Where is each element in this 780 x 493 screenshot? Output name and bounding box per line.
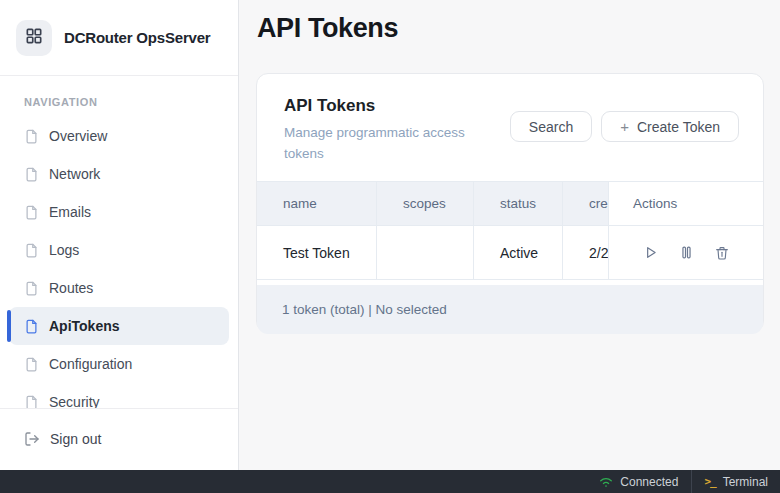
column-header-name[interactable]: name bbox=[257, 182, 377, 225]
sidebar-item-label: Network bbox=[49, 166, 100, 182]
sidebar-item-label: Configuration bbox=[49, 356, 132, 372]
sidebar-header: DCRouter OpsServer bbox=[0, 0, 238, 76]
table-summary: 1 token (total) | No selected bbox=[257, 285, 763, 334]
main-content: API Tokens API Tokens Manage programmati… bbox=[240, 0, 780, 470]
trash-icon[interactable] bbox=[714, 245, 730, 261]
table-row: Test Token Active 2/2 bbox=[257, 226, 763, 280]
sidebar-item-emails[interactable]: Emails bbox=[9, 193, 229, 231]
grid-icon bbox=[24, 26, 44, 50]
sidebar-item-label: ApiTokens bbox=[49, 318, 120, 334]
sign-out-label: Sign out bbox=[50, 431, 101, 447]
search-button[interactable]: Search bbox=[510, 111, 592, 142]
sidebar-item-configuration[interactable]: Configuration bbox=[9, 345, 229, 383]
sidebar-item-label: Emails bbox=[49, 204, 91, 220]
terminal-prompt-icon: >_ bbox=[704, 475, 715, 488]
create-token-button[interactable]: + Create Token bbox=[601, 111, 739, 142]
cell-created: 2/2 bbox=[563, 226, 609, 279]
plus-icon: + bbox=[620, 119, 629, 134]
brand-title: DCRouter OpsServer bbox=[64, 29, 210, 46]
page-title: API Tokens bbox=[240, 0, 780, 44]
sidebar-item-label: Overview bbox=[49, 128, 107, 144]
panel-header: API Tokens Manage programmatic access to… bbox=[257, 74, 763, 181]
terminal-button[interactable]: >_ Terminal bbox=[691, 470, 780, 493]
column-header-actions: Actions bbox=[609, 182, 763, 225]
sidebar-footer: Sign out bbox=[0, 408, 238, 458]
file-icon bbox=[24, 167, 39, 182]
sign-out-button[interactable]: Sign out bbox=[9, 420, 229, 458]
sidebar-item-apitokens[interactable]: ApiTokens bbox=[9, 307, 229, 345]
column-header-status[interactable]: status bbox=[474, 182, 563, 225]
panel-actions: Search + Create Token bbox=[510, 111, 739, 181]
search-button-label: Search bbox=[529, 119, 573, 135]
table-header-row: name scopes status created Actions bbox=[257, 181, 763, 226]
file-icon bbox=[24, 243, 39, 258]
sidebar-item-logs[interactable]: Logs bbox=[9, 231, 229, 269]
sidebar-nav: NAVIGATION Overview Network Emails Logs bbox=[0, 76, 238, 408]
sidebar-item-label: Routes bbox=[49, 280, 93, 296]
nav-list: Overview Network Emails Logs Routes bbox=[0, 117, 238, 408]
cell-scopes bbox=[377, 226, 474, 279]
sidebar-item-label: Security bbox=[49, 394, 100, 408]
column-header-created[interactable]: created bbox=[563, 182, 609, 225]
sidebar-item-security[interactable]: Security bbox=[9, 383, 229, 408]
cell-status: Active bbox=[474, 226, 563, 279]
file-icon bbox=[24, 129, 39, 144]
file-icon bbox=[24, 319, 39, 334]
file-icon bbox=[24, 395, 39, 409]
sidebar: DCRouter OpsServer NAVIGATION Overview N… bbox=[0, 0, 239, 470]
status-bar: Connected >_ Terminal bbox=[0, 470, 780, 493]
cell-name: Test Token bbox=[257, 226, 377, 279]
logout-icon bbox=[24, 431, 40, 447]
connection-status-label: Connected bbox=[620, 475, 678, 489]
file-icon bbox=[24, 357, 39, 372]
sidebar-item-overview[interactable]: Overview bbox=[9, 117, 229, 155]
cell-actions bbox=[609, 226, 763, 279]
panel-subtitle: Manage programmatic access tokens bbox=[284, 122, 489, 164]
panel-title: API Tokens bbox=[284, 96, 489, 116]
pause-icon[interactable] bbox=[678, 244, 695, 261]
play-icon[interactable] bbox=[642, 244, 659, 261]
nav-section-label: NAVIGATION bbox=[24, 96, 238, 108]
app-logo bbox=[16, 20, 52, 56]
app-window: DCRouter OpsServer NAVIGATION Overview N… bbox=[0, 0, 780, 493]
sidebar-item-network[interactable]: Network bbox=[9, 155, 229, 193]
sidebar-item-routes[interactable]: Routes bbox=[9, 269, 229, 307]
panel-title-block: API Tokens Manage programmatic access to… bbox=[284, 96, 489, 181]
file-icon bbox=[24, 205, 39, 220]
connection-status[interactable]: Connected bbox=[586, 470, 691, 493]
api-tokens-panel: API Tokens Manage programmatic access to… bbox=[256, 73, 764, 333]
file-icon bbox=[24, 281, 39, 296]
sidebar-item-label: Logs bbox=[49, 242, 79, 258]
terminal-label: Terminal bbox=[723, 475, 768, 489]
create-token-label: Create Token bbox=[637, 119, 720, 135]
wifi-icon bbox=[599, 476, 613, 488]
column-header-scopes[interactable]: scopes bbox=[377, 182, 474, 225]
